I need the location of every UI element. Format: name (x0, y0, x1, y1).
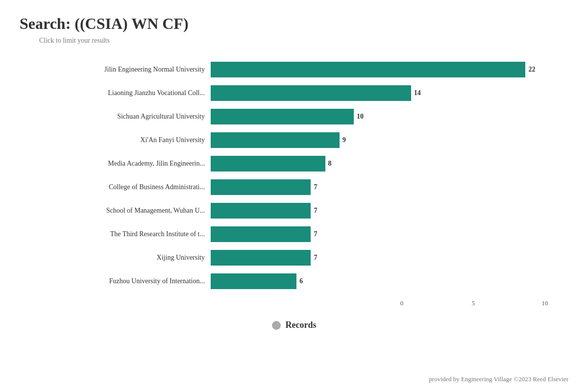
bar-fill (211, 250, 311, 266)
bar-label: School of Management, Wuhan U... (20, 207, 211, 215)
bar-fill (211, 109, 354, 124)
bar-value: 6 (299, 277, 303, 285)
chart-area: Jilin Engineering Normal University22Lia… (20, 59, 568, 294)
bar-container: 9 (211, 132, 568, 148)
chart-wrapper: Jilin Engineering Normal University22Lia… (20, 59, 568, 311)
bar-fill (211, 179, 311, 195)
bar-label: College of Business Administrati... (20, 183, 211, 191)
bar-fill (211, 85, 411, 101)
chart-row[interactable]: Sichuan Agricultural University10 (20, 106, 568, 127)
bar-value: 7 (314, 207, 317, 215)
bar-label: Fuzhou University of Internation... (20, 277, 211, 285)
bar-fill (211, 132, 340, 148)
bar-label: The Third Research Institute of t... (20, 230, 211, 238)
x-tick-label: 0 (400, 299, 404, 307)
chart-row[interactable]: Xi'An Fanyi University9 (20, 130, 568, 150)
bar-container: 7 (211, 203, 568, 219)
bar-value: 7 (314, 230, 317, 238)
bar-container: 7 (211, 179, 568, 195)
bar-value: 8 (328, 160, 332, 168)
bar-fill (211, 203, 311, 219)
main-container: Search: ((CSIA) WN CF) Click to limit yo… (0, 0, 588, 392)
chart-row[interactable]: School of Management, Wuhan U...7 (20, 200, 568, 221)
bar-container: 6 (211, 273, 568, 289)
bar-label: Xi'An Fanyi University (20, 136, 211, 144)
legend-dot (272, 321, 281, 330)
chart-row[interactable]: Liaoning Jianzhu Vocational Coll...14 (20, 83, 568, 103)
bar-value: 9 (343, 136, 346, 144)
chart-row[interactable]: The Third Research Institute of t...7 (20, 224, 568, 245)
bar-value: 14 (414, 89, 421, 97)
x-axis: 0510152025 (20, 299, 568, 311)
bar-label: Jilin Engineering Normal University (20, 66, 211, 74)
bar-container: 14 (211, 85, 568, 101)
bar-fill (211, 226, 311, 242)
chart-row[interactable]: Fuzhou University of Internation...6 (20, 271, 568, 292)
chart-row[interactable]: Jilin Engineering Normal University22 (20, 59, 568, 80)
bar-label: Liaoning Jianzhu Vocational Coll... (20, 89, 211, 97)
bar-value: 10 (357, 113, 364, 121)
footer-text: provided by Engineering Village ©2023 Re… (429, 375, 568, 383)
x-tick-label: 10 (542, 299, 548, 307)
bar-label: Sichuan Agricultural University (20, 113, 211, 121)
bar-container: 7 (211, 250, 568, 266)
page-subtitle: Click to limit your results (39, 37, 568, 45)
bar-label: Media Academy, Jilin Engineerin... (20, 160, 211, 168)
bar-fill (211, 273, 296, 289)
legend: Records (20, 320, 568, 330)
bar-value: 7 (314, 183, 317, 191)
x-axis-labels: 0510152025 (402, 299, 568, 311)
bar-fill (211, 156, 325, 172)
page-title: Search: ((CSIA) WN CF) (20, 15, 568, 33)
bar-label: Xijing University (20, 254, 211, 262)
bar-value: 7 (314, 254, 317, 262)
bar-fill (211, 62, 525, 77)
x-tick-label: 5 (472, 299, 475, 307)
bar-container: 22 (211, 62, 568, 77)
bar-container: 8 (211, 156, 568, 172)
legend-label: Records (286, 320, 317, 330)
chart-row[interactable]: College of Business Administrati...7 (20, 177, 568, 197)
bar-value: 22 (528, 66, 535, 74)
bar-container: 10 (211, 109, 568, 124)
chart-row[interactable]: Media Academy, Jilin Engineerin...8 (20, 153, 568, 174)
chart-row[interactable]: Xijing University7 (20, 247, 568, 268)
bar-container: 7 (211, 226, 568, 242)
